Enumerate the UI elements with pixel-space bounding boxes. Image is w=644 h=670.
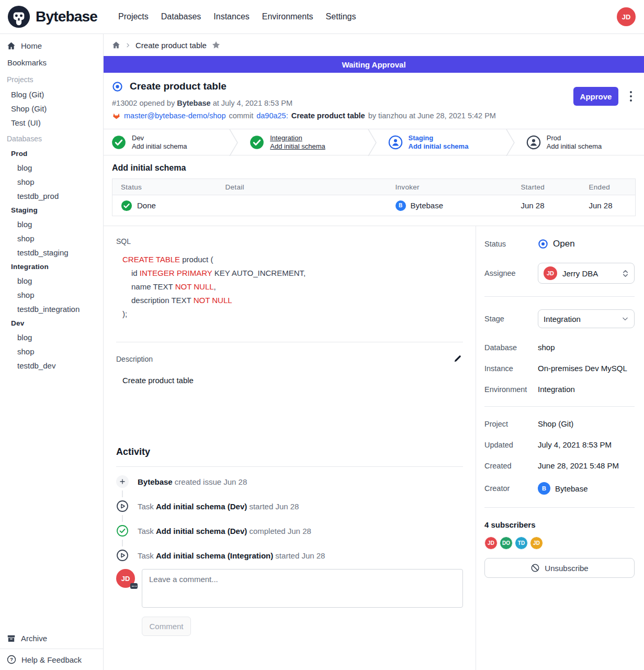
comment-input[interactable] — [142, 569, 463, 608]
waiting-approval-banner: Waiting Approval — [104, 56, 644, 73]
sidebar-db-item[interactable]: testdb_staging — [0, 245, 103, 260]
sidebar-item-project-blog[interactable]: Blog (Git) — [0, 87, 103, 102]
created-plus-icon — [116, 475, 129, 488]
user-avatar[interactable]: JD — [617, 7, 636, 26]
subscriber-avatar: JD — [484, 537, 498, 550]
issue-main-panel: SQL CREATE TABLE product ( id INTEGER PR… — [104, 226, 476, 670]
task-section-title: Add initial schema — [112, 163, 636, 173]
subscriber-avatar: TD — [515, 537, 528, 550]
timeline-connector — [122, 515, 123, 522]
sidebar-db-item[interactable]: shop — [0, 175, 103, 189]
project-value[interactable]: Shop (Git) — [538, 419, 635, 428]
nav-links: Projects Databases Instances Environment… — [118, 12, 356, 21]
issue-title: Create product table — [130, 81, 227, 92]
stage-prod[interactable]: ProdAdd initial schema — [517, 129, 644, 155]
sidebar-env-integration: Integration — [0, 260, 103, 274]
task-completed-icon — [116, 524, 129, 537]
sidebar-item-bookmarks[interactable]: Bookmarks — [0, 54, 103, 71]
timeline-connector — [122, 540, 123, 546]
comment-bubble-icon — [130, 583, 138, 589]
nav-item-projects[interactable]: Projects — [118, 12, 149, 21]
activity-title: Activity — [116, 446, 463, 457]
created-label: Created — [484, 462, 538, 470]
activity-event: Task Add initial schema (Dev) started Ju… — [116, 500, 463, 512]
nav-item-settings[interactable]: Settings — [326, 12, 356, 21]
divider — [116, 342, 463, 342]
updated-value: July 4, 2021 8:53 PM — [538, 440, 635, 449]
divider — [484, 296, 635, 297]
assignee-avatar: JD — [544, 266, 557, 280]
sidebar-env-staging: Staging — [0, 203, 103, 217]
commit-message: Create product table — [291, 111, 365, 120]
sidebar-section-databases: Databases — [0, 131, 103, 147]
task-row[interactable]: Done B Bytebase Jun 28 Jun 28 — [112, 195, 636, 216]
task-table-header: Status Detail Invoker Started Ended — [112, 179, 636, 195]
subscriber-avatar: JD — [530, 537, 543, 550]
instance-value[interactable]: On-premises Dev MySQL — [538, 364, 635, 373]
sidebar-db-item[interactable]: testdb_prod — [0, 189, 103, 203]
stage-separator — [368, 129, 379, 155]
nav-item-environments[interactable]: Environments — [262, 12, 313, 21]
stage-value: Integration — [544, 315, 616, 323]
left-sidebar: Home Bookmarks Projects Blog (Git) Shop … — [0, 34, 104, 670]
stage-done-icon — [111, 135, 126, 150]
bookmark-star-icon[interactable] — [211, 40, 221, 50]
issue-meta: #13002 opened by Bytebase at July 4, 202… — [112, 99, 636, 107]
assignee-select[interactable]: JD Jerry DBA — [538, 263, 635, 284]
environment-value[interactable]: Integration — [538, 385, 635, 394]
issue-open-status-icon — [112, 81, 123, 92]
unsubscribe-button[interactable]: Unsubscribe — [484, 558, 635, 578]
sidebar-db-item[interactable]: shop — [0, 288, 103, 302]
edit-description-icon[interactable] — [452, 353, 463, 364]
divider — [484, 406, 635, 407]
activity-event: Task Add initial schema (Integration) st… — [116, 549, 463, 562]
breadcrumb-home-icon[interactable] — [112, 41, 120, 49]
sidebar-db-item[interactable]: blog — [0, 274, 103, 288]
sidebar-db-item[interactable]: blog — [0, 217, 103, 231]
nav-item-databases[interactable]: Databases — [161, 12, 201, 21]
sidebar-db-item[interactable]: blog — [0, 330, 103, 344]
issue-details-panel: Status Open Assignee JD Jerry DBA — [476, 226, 644, 670]
sidebar-item-project-test[interactable]: Test (UI) — [0, 116, 103, 130]
database-value[interactable]: shop — [538, 343, 635, 352]
subscribers-title: 4 subscribers — [484, 520, 635, 529]
breadcrumb-page-title: Create product table — [135, 41, 207, 50]
nav-item-instances[interactable]: Instances — [213, 12, 249, 21]
commit-branch-link[interactable]: master@bytebase-demo/shop — [124, 111, 225, 120]
status-label: Status — [484, 240, 538, 248]
stage-select[interactable]: Integration — [538, 309, 635, 328]
more-options-icon[interactable] — [625, 88, 637, 104]
stage-separator — [229, 129, 241, 155]
sidebar-db-item[interactable]: shop — [0, 231, 103, 245]
stage-pending-approval-icon — [526, 135, 541, 150]
database-label: Database — [484, 343, 538, 352]
brand[interactable]: Bytebase — [7, 5, 102, 29]
sidebar-db-item[interactable]: testdb_dev — [0, 359, 103, 373]
sidebar-db-item[interactable]: blog — [0, 161, 103, 175]
sidebar-env-dev: Dev — [0, 316, 103, 330]
task-table: Status Detail Invoker Started Ended Do — [112, 178, 636, 216]
sidebar-db-item[interactable]: shop — [0, 344, 103, 359]
done-status-icon — [121, 200, 132, 211]
gitlab-icon — [112, 111, 121, 120]
commit-byline: by tianzhou at June 28, 2021 5:42 PM — [368, 111, 496, 120]
pipeline-stages: DevAdd initial schema IntegrationAdd ini… — [104, 129, 644, 155]
sidebar-item-home[interactable]: Home — [0, 37, 103, 54]
stage-integration[interactable]: IntegrationAdd initial schema — [241, 129, 367, 155]
stage-staging[interactable]: StagingAdd initial schema — [379, 129, 506, 155]
sidebar-item-project-shop[interactable]: Shop (Git) — [0, 102, 103, 116]
divider — [484, 507, 635, 508]
stage-dev[interactable]: DevAdd initial schema — [104, 129, 229, 155]
approve-button[interactable]: Approve — [573, 87, 618, 106]
sidebar-db-item[interactable]: testdb_integration — [0, 302, 103, 316]
assignee-label: Assignee — [484, 269, 538, 277]
commit-hash-link[interactable]: da90a25: — [256, 111, 288, 120]
sidebar-item-archive[interactable]: Archive — [0, 628, 103, 649]
comment-button[interactable]: Comment — [142, 617, 191, 636]
task-section: Add initial schema Status Detail Invoker… — [104, 155, 644, 226]
description-text: Create product table — [122, 376, 463, 385]
issue-header: Create product table #13002 opened by By… — [104, 73, 644, 129]
created-value: June 28, 2021 5:48 PM — [538, 461, 635, 470]
sidebar-item-help-feedback[interactable]: ? Help & Feedback — [0, 649, 103, 670]
assignee-value: Jerry DBA — [562, 269, 617, 278]
